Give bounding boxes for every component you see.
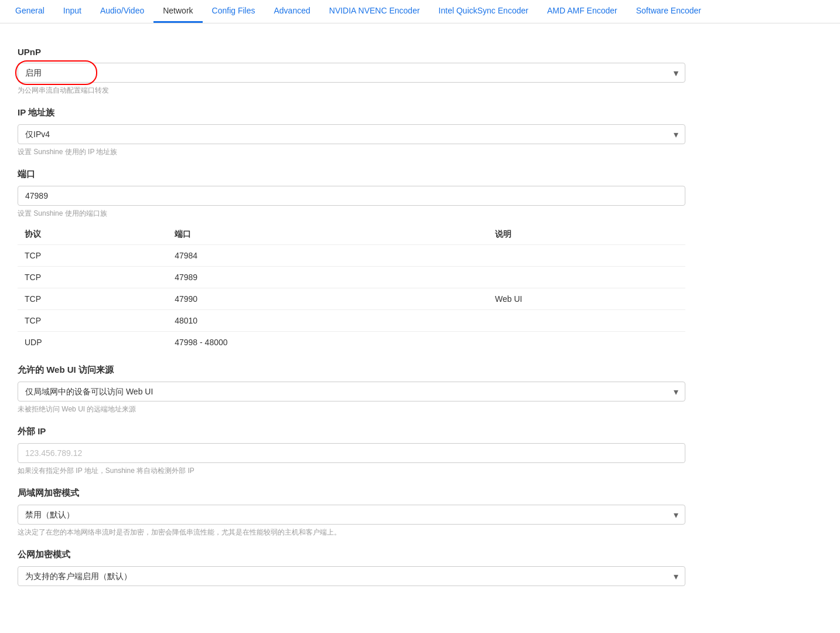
tab-amd-amf-encoder[interactable]: AMD AMF Encoder [538,0,627,23]
tab-advanced[interactable]: Advanced [264,0,319,23]
tab-input[interactable]: Input [54,0,91,23]
tab-nvidia-nvenc-encoder[interactable]: NVIDIA NVENC Encoder [320,0,429,23]
external-ip-desc: 如果没有指定外部 IP 地址，Sunshine 将自动检测外部 IP [18,466,685,476]
tab-config-files[interactable]: Config Files [203,0,265,23]
upnp-select[interactable]: 启用禁用 [18,63,685,83]
port-title: 端口 [18,169,685,180]
upnp-select-wrapper: 启用禁用 ▾ [18,63,685,83]
web-ui-title: 允许的 Web UI 访问来源 [18,365,685,376]
lan-encryption-select[interactable]: 禁用（默认）启用 [18,505,685,525]
upnp-title: UPnP [18,47,685,57]
ip-family-section: IP 地址族 仅IPv4仅IPv6两者 设置 Sunshine 使用的 IP 地… [18,107,685,157]
table-row: TCP47984 [18,245,685,267]
wan-encryption-title: 公网加密模式 [18,549,685,560]
tab-intel-quicksync-encoder[interactable]: Intel QuickSync Encoder [429,0,538,23]
tab-network[interactable]: Network [153,0,202,23]
web-ui-select[interactable]: 仅局域网中的设备可以访问 Web UI所有设备 [18,382,685,401]
table-row: UDP47998 - 48000 [18,332,685,353]
tab-audio/video[interactable]: Audio/Video [91,0,153,23]
col-header-protocol: 协议 [18,224,168,245]
lan-encryption-desc: 这决定了在您的本地网络串流时是否加密，加密会降低串流性能，尤其是在性能较弱的主机… [18,528,685,537]
upnp-desc: 为公网串流自动配置端口转发 [18,86,685,96]
port-section: 端口 设置 Sunshine 使用的端口族 [18,169,685,219]
table-row: TCP47990Web UI [18,288,685,310]
web-ui-section: 允许的 Web UI 访问来源 仅局域网中的设备可以访问 Web UI所有设备 … [18,365,685,414]
tab-general[interactable]: General [6,0,54,23]
ip-family-select-wrapper: 仅IPv4仅IPv6两者 [18,124,685,144]
table-row: TCP48010 [18,310,685,332]
col-header-port: 端口 [168,224,488,245]
protocol-table-body: TCP47984TCP47989TCP47990Web UITCP48010UD… [18,245,685,353]
external-ip-input[interactable] [18,443,685,463]
lan-encryption-select-wrapper: 禁用（默认）启用 [18,505,685,525]
port-input[interactable] [18,186,685,206]
lan-encryption-section: 局域网加密模式 禁用（默认）启用 这决定了在您的本地网络串流时是否加密，加密会降… [18,488,685,537]
ip-family-title: IP 地址族 [18,107,685,118]
ip-family-desc: 设置 Sunshine 使用的 IP 地址族 [18,147,685,157]
lan-encryption-title: 局域网加密模式 [18,488,685,499]
tab-bar: GeneralInputAudio/VideoNetworkConfig Fil… [0,0,840,23]
web-ui-desc: 未被拒绝访问 Web UI 的远端地址来源 [18,404,685,414]
wan-encryption-select[interactable]: 为支持的客户端启用（默认）强制启用禁用 [18,566,685,586]
protocol-table: 协议 端口 说明 TCP47984TCP47989TCP47990Web UIT… [18,224,685,353]
port-desc: 设置 Sunshine 使用的端口族 [18,209,685,219]
upnp-section: UPnP 启用禁用 ▾ 为公网串流自动配置端口转发 [18,47,685,96]
external-ip-section: 外部 IP 如果没有指定外部 IP 地址，Sunshine 将自动检测外部 IP [18,426,685,476]
web-ui-select-wrapper: 仅局域网中的设备可以访问 Web UI所有设备 [18,382,685,401]
ip-family-select[interactable]: 仅IPv4仅IPv6两者 [18,124,685,144]
table-row: TCP47989 [18,267,685,288]
wan-encryption-section: 公网加密模式 为支持的客户端启用（默认）强制启用禁用 [18,549,685,586]
content-area: UPnP 启用禁用 ▾ 为公网串流自动配置端口转发 IP 地址族 仅IPv4仅I… [0,23,703,604]
tab-software-encoder[interactable]: Software Encoder [627,0,711,23]
wan-encryption-select-wrapper: 为支持的客户端启用（默认）强制启用禁用 [18,566,685,586]
external-ip-title: 外部 IP [18,426,685,437]
col-header-desc: 说明 [488,224,685,245]
